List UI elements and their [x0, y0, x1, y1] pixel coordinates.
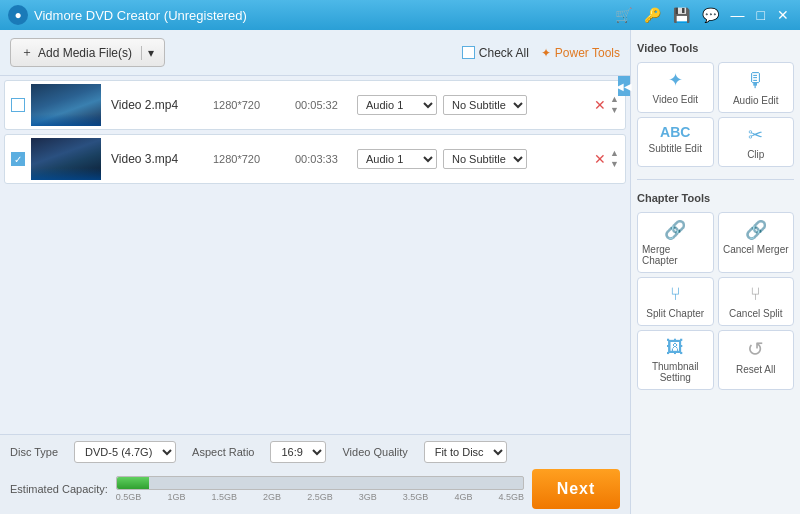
video-quality-select[interactable]: Fit to Disc High Medium Low: [424, 441, 507, 463]
tick-4: 2.5GB: [307, 492, 333, 502]
chapter-tools-title: Chapter Tools: [637, 192, 794, 204]
media-item-2: Video 3.mp4 1280*720 00:03:33 Audio 1 Au…: [4, 134, 626, 184]
cancel-merger-label: Cancel Merger: [723, 244, 789, 255]
subtitle-edit-button[interactable]: ABC Subtitle Edit: [637, 117, 714, 167]
media-item-1-name: Video 2.mp4: [111, 98, 201, 112]
icon-cart[interactable]: 🛒: [612, 7, 635, 23]
tick-7: 4GB: [454, 492, 472, 502]
add-media-dropdown-arrow[interactable]: ▾: [141, 46, 154, 60]
bottom-bar: Disc Type DVD-5 (4.7G) DVD-9 (8.5G) Aspe…: [0, 434, 630, 514]
clip-button[interactable]: ✂ Clip: [718, 117, 795, 167]
media-item-2-duration: 00:03:33: [295, 153, 345, 165]
audio-edit-icon: 🎙: [746, 69, 766, 92]
thumbnail-setting-button[interactable]: 🖼 Thumbnail Setting: [637, 330, 714, 390]
media-item-2-subtitle-select[interactable]: No Subtitle Subtitle: [443, 149, 527, 169]
aspect-ratio-select[interactable]: 16:9 4:3: [270, 441, 326, 463]
window-controls: 🛒 🔑 💾 💬 — □ ✕: [612, 7, 792, 23]
tick-2: 1.5GB: [211, 492, 237, 502]
media-item-2-info: Video 3.mp4 1280*720 00:03:33 Audio 1 Au…: [111, 149, 588, 169]
capacity-bar-wrapper: 0.5GB 1GB 1.5GB 2GB 2.5GB 3GB 3.5GB 4GB …: [116, 476, 524, 502]
split-chapter-button[interactable]: ⑂ Split Chapter: [637, 277, 714, 326]
plus-icon: ＋: [21, 44, 33, 61]
tools-divider: [637, 179, 794, 180]
media-item: Video 2.mp4 1280*720 00:05:32 Audio 1 Au…: [4, 80, 626, 130]
capacity-bar: [116, 476, 524, 490]
video-edit-button[interactable]: ✦ Video Edit: [637, 62, 714, 113]
video-edit-label: Video Edit: [653, 94, 698, 105]
add-media-label: Add Media File(s): [38, 46, 132, 60]
right-panel: Video Tools ✦ Video Edit 🎙 Audio Edit AB…: [630, 30, 800, 514]
thumbnail-setting-label: Thumbnail Setting: [642, 361, 709, 383]
cancel-merger-button[interactable]: 🔗 Cancel Merger: [718, 212, 795, 273]
capacity-label: Estimated Capacity:: [10, 483, 108, 495]
app-title: Vidmore DVD Creator (Unregistered): [34, 8, 612, 23]
tick-6: 3.5GB: [403, 492, 429, 502]
media-item-1-subtitle-select[interactable]: No Subtitle Subtitle: [443, 95, 527, 115]
toolbar-right: Check All ✦ Power Tools: [462, 46, 620, 60]
cancel-split-button[interactable]: ⑂ Cancel Split: [718, 277, 795, 326]
chapter-tools-grid: 🔗 Merge Chapter 🔗 Cancel Merger ⑂ Split …: [637, 212, 794, 390]
disc-type-label: Disc Type: [10, 446, 58, 458]
thumbnail-setting-icon: 🖼: [666, 337, 684, 358]
media-item-2-checkbox[interactable]: [11, 152, 25, 166]
reset-all-label: Reset All: [736, 364, 775, 375]
media-item-1-checkbox[interactable]: [11, 98, 25, 112]
audio-edit-button[interactable]: 🎙 Audio Edit: [718, 62, 795, 113]
icon-minimize[interactable]: —: [728, 7, 748, 23]
merge-chapter-label: Merge Chapter: [642, 244, 709, 266]
panel-toggle[interactable]: ◀◀: [618, 76, 630, 96]
main-container: ＋ Add Media File(s) ▾ Check All ✦ Power …: [0, 30, 800, 514]
media-item-2-down-arrow[interactable]: ▼: [610, 159, 619, 170]
tick-8: 4.5GB: [498, 492, 524, 502]
icon-close[interactable]: ✕: [774, 7, 792, 23]
media-item-1-duration: 00:05:32: [295, 99, 345, 111]
media-item-1-down-arrow[interactable]: ▼: [610, 105, 619, 116]
media-item-2-resolution: 1280*720: [213, 153, 283, 165]
check-all-label: Check All: [479, 46, 529, 60]
audio-edit-label: Audio Edit: [733, 95, 779, 106]
icon-chat[interactable]: 💬: [699, 7, 722, 23]
toolbar: ＋ Add Media File(s) ▾ Check All ✦ Power …: [0, 30, 630, 76]
check-all-checkbox[interactable]: [462, 46, 475, 59]
disc-type-select[interactable]: DVD-5 (4.7G) DVD-9 (8.5G): [74, 441, 176, 463]
left-panel: ＋ Add Media File(s) ▾ Check All ✦ Power …: [0, 30, 630, 514]
split-chapter-icon: ⑂: [670, 284, 681, 305]
tick-1: 1GB: [167, 492, 185, 502]
check-all-control[interactable]: Check All: [462, 46, 529, 60]
subtitle-edit-label: Subtitle Edit: [649, 143, 702, 154]
video-quality-label: Video Quality: [342, 446, 407, 458]
media-item-2-selects: Audio 1 Audio 2 No Subtitle Subtitle: [357, 149, 527, 169]
media-item-1-info: Video 2.mp4 1280*720 00:05:32 Audio 1 Au…: [111, 95, 588, 115]
clip-icon: ✂: [748, 124, 763, 146]
icon-maximize[interactable]: □: [754, 7, 768, 23]
video-edit-icon: ✦: [668, 69, 683, 91]
app-logo: ●: [8, 5, 28, 25]
title-bar: ● Vidmore DVD Creator (Unregistered) 🛒 🔑…: [0, 0, 800, 30]
media-item-2-arrows: ▲ ▼: [610, 148, 619, 170]
video-tools-grid: ✦ Video Edit 🎙 Audio Edit ABC Subtitle E…: [637, 62, 794, 167]
icon-key[interactable]: 🔑: [641, 7, 664, 23]
media-item-2-close[interactable]: ✕: [594, 151, 606, 167]
tick-3: 2GB: [263, 492, 281, 502]
media-list: Video 2.mp4 1280*720 00:05:32 Audio 1 Au…: [0, 76, 630, 434]
media-item-1-thumbnail: [31, 84, 101, 126]
subtitle-edit-icon: ABC: [660, 124, 690, 140]
media-item-2-audio-select[interactable]: Audio 1 Audio 2: [357, 149, 437, 169]
power-tools-icon: ✦: [541, 46, 551, 60]
cancel-merger-icon: 🔗: [745, 219, 767, 241]
icon-save[interactable]: 💾: [670, 7, 693, 23]
media-item-1-close[interactable]: ✕: [594, 97, 606, 113]
reset-all-icon: ↺: [747, 337, 764, 361]
media-item-1-audio-select[interactable]: Audio 1 Audio 2: [357, 95, 437, 115]
power-tools-button[interactable]: ✦ Power Tools: [541, 46, 620, 60]
media-item-2-name: Video 3.mp4: [111, 152, 201, 166]
bottom-controls: Disc Type DVD-5 (4.7G) DVD-9 (8.5G) Aspe…: [10, 441, 620, 463]
cancel-split-label: Cancel Split: [729, 308, 782, 319]
media-item-2-up-arrow[interactable]: ▲: [610, 148, 619, 159]
reset-all-button[interactable]: ↺ Reset All: [718, 330, 795, 390]
merge-chapter-button[interactable]: 🔗 Merge Chapter: [637, 212, 714, 273]
next-button[interactable]: Next: [532, 469, 620, 509]
cancel-split-icon: ⑂: [750, 284, 761, 305]
add-media-button[interactable]: ＋ Add Media File(s) ▾: [10, 38, 165, 67]
power-tools-label: Power Tools: [555, 46, 620, 60]
